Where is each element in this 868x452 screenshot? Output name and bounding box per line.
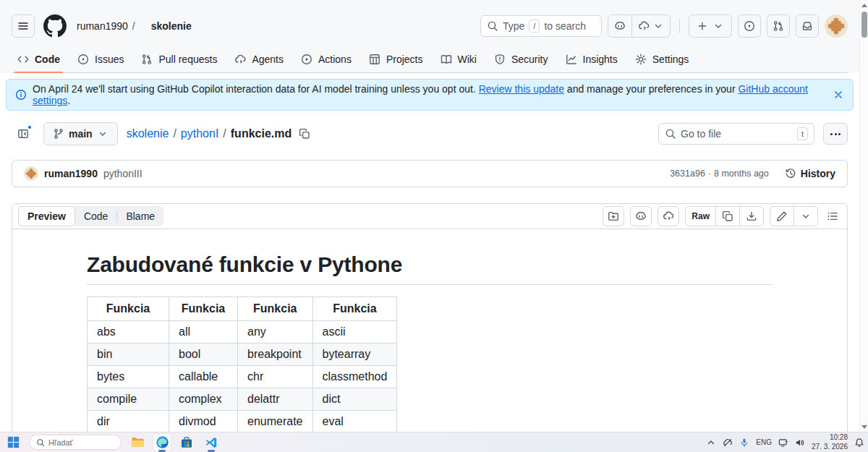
banner-review-link[interactable]: Review this update: [479, 83, 564, 95]
issues-button[interactable]: [738, 14, 761, 38]
edit-button-group: [770, 206, 818, 226]
branch-selector-button[interactable]: main: [43, 122, 118, 145]
onedrive-paused-icon[interactable]: [723, 438, 733, 448]
search-icon: [36, 438, 45, 447]
copy-icon: [722, 210, 733, 222]
raw-button[interactable]: Raw: [686, 207, 715, 226]
page-scrollbar[interactable]: [859, 0, 868, 432]
header-divider: [679, 19, 680, 33]
info-icon: [15, 89, 27, 101]
copilot-agent-button[interactable]: [658, 206, 679, 226]
tab-security[interactable]: Security: [488, 48, 554, 72]
scrollbar-up-arrow[interactable]: [860, 0, 868, 10]
more-options-button[interactable]: [823, 123, 848, 145]
tab-insights[interactable]: Insights: [560, 48, 624, 72]
breadcrumb: ruman1990 / skolenie: [77, 9, 203, 43]
shield-icon: [494, 54, 506, 65]
tab-label: Security: [511, 54, 548, 65]
download-raw-button[interactable]: [739, 207, 763, 226]
github-header: ruman1990 / skolenie Type / to search: [0, 0, 859, 73]
taskbar-search-input[interactable]: [48, 438, 106, 447]
copy-raw-button[interactable]: [715, 207, 739, 226]
commit-sha[interactable]: 3631a96: [670, 169, 705, 179]
user-avatar[interactable]: [825, 14, 848, 38]
copilot-split-button[interactable]: [608, 14, 671, 38]
tab-actions[interactable]: Actions: [295, 48, 357, 72]
tab-agents[interactable]: Agents: [229, 48, 289, 72]
edit-dropdown-button[interactable]: [793, 207, 817, 226]
taskbar-clock[interactable]: 10:28 27. 3. 2026: [812, 433, 848, 451]
tab-code[interactable]: Code: [12, 48, 66, 72]
copilot-button[interactable]: [608, 15, 631, 37]
file-tree-toggle-button[interactable]: [12, 122, 35, 145]
breadcrumb-repo[interactable]: skolenie: [140, 9, 203, 43]
chevron-down-icon: [712, 20, 724, 32]
search-icon: [665, 128, 676, 140]
tray-chevron-up-icon[interactable]: [706, 438, 716, 448]
language-indicator[interactable]: ENG: [756, 438, 772, 446]
tab-issues[interactable]: Issues: [72, 48, 129, 72]
commit-message[interactable]: pythonIII: [103, 168, 142, 179]
page-title: Zabudované funkcie v Pythone: [87, 252, 773, 285]
copy-path-button[interactable]: [299, 128, 310, 140]
functions-table: Funkcia Funkcia Funkcia Funkcia absallan…: [87, 297, 397, 432]
crumb-repo[interactable]: skolenie: [127, 127, 169, 140]
start-button[interactable]: [4, 434, 22, 451]
browser-viewport: ruman1990 / skolenie Type / to search: [0, 0, 868, 432]
tab-preview[interactable]: Preview: [18, 206, 75, 226]
breadcrumb-owner[interactable]: ruman1990: [77, 20, 128, 32]
hamburger-menu-button[interactable]: [12, 14, 35, 38]
notification-bell-icon[interactable]: [854, 438, 864, 448]
search-icon: [487, 20, 498, 32]
volume-icon[interactable]: [795, 438, 805, 448]
column-header: Funkcia: [169, 297, 238, 321]
copilot-icon: [614, 20, 626, 32]
scrollbar-thumb[interactable]: [861, 12, 867, 38]
gear-icon: [635, 54, 647, 65]
download-icon: [746, 210, 757, 222]
tab-label: Wiki: [458, 54, 477, 65]
create-new-button[interactable]: [689, 14, 732, 38]
edge-browser-icon[interactable]: [153, 434, 171, 451]
go-to-file-input[interactable]: [681, 128, 793, 140]
chevron-down-icon: [97, 128, 109, 140]
three-bars-icon: [17, 20, 29, 32]
tab-wiki[interactable]: Wiki: [435, 48, 482, 72]
tab-projects[interactable]: Projects: [363, 48, 429, 72]
screen: { "header": { "owner": "ruman1990", "sep…: [0, 0, 868, 452]
microsoft-store-icon[interactable]: [178, 434, 195, 451]
vscode-icon[interactable]: [203, 434, 220, 451]
outline-button[interactable]: [824, 210, 841, 222]
tab-pull-requests[interactable]: Pull requests: [135, 48, 223, 72]
issue-opened-icon: [77, 54, 89, 65]
search-placeholder-post: to search: [544, 20, 586, 32]
tab-blame[interactable]: Blame: [117, 206, 163, 226]
commit-author-avatar[interactable]: [24, 166, 38, 181]
taskbar-search-box[interactable]: [29, 435, 122, 450]
file-explorer-icon[interactable]: [129, 434, 146, 451]
tab-code-view[interactable]: Code: [75, 206, 116, 226]
crumb-folder[interactable]: pythonI: [181, 127, 218, 140]
copilot-file-button[interactable]: [630, 206, 652, 226]
history-button[interactable]: History: [785, 168, 835, 179]
tray-time: 10:28: [812, 433, 848, 443]
column-header: Funkcia: [312, 297, 397, 321]
microphone-icon[interactable]: [739, 438, 749, 448]
git-pull-request-icon: [773, 20, 784, 32]
file-view-box: Preview Code Blame: [12, 203, 848, 432]
cloud-agent-icon: [663, 210, 674, 222]
inbox-button[interactable]: [796, 14, 819, 38]
pull-requests-button[interactable]: [767, 14, 790, 38]
scrollbar-down-arrow[interactable]: [860, 422, 868, 432]
commit-author[interactable]: ruman1990: [44, 168, 98, 179]
edit-file-button[interactable]: [770, 207, 793, 226]
folder-plus-icon: [608, 210, 619, 222]
open-in-workspace-button[interactable]: [603, 206, 624, 226]
copilot-agents-dropdown[interactable]: [631, 15, 670, 37]
global-search-input[interactable]: Type / to search: [480, 15, 602, 37]
raw-button-group: Raw: [685, 206, 764, 226]
banner-close-button[interactable]: [833, 89, 844, 101]
network-icon[interactable]: [778, 438, 788, 448]
github-logo[interactable]: [43, 14, 67, 38]
tab-settings[interactable]: Settings: [629, 48, 695, 72]
